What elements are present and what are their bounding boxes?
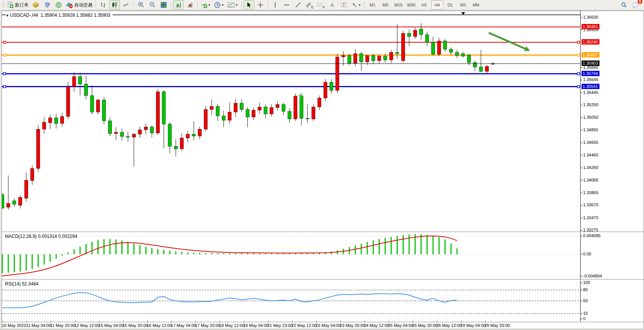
data-window-icon bbox=[44, 2, 51, 8]
text-label-button[interactable]: T bbox=[338, 0, 349, 10]
symbol-period-label: USDCAD-,H4 bbox=[10, 13, 38, 18]
rsi-scale-label: 100 bbox=[583, 280, 590, 285]
time-axis-label: 21 May 23:00 bbox=[267, 323, 293, 328]
rsi-scale-label: 50 bbox=[583, 298, 588, 303]
candle-body bbox=[126, 137, 130, 137]
candle-body bbox=[24, 180, 28, 199]
candle-body bbox=[467, 55, 471, 62]
crosshair-icon bbox=[257, 2, 264, 8]
timeframe-h1-button[interactable]: H1 bbox=[418, 0, 430, 10]
time-axis-label: 15 May 04:00 bbox=[99, 323, 124, 328]
channel-button[interactable]: E bbox=[304, 0, 315, 10]
arrows-dropdown-caret[interactable]: ▼ bbox=[358, 3, 361, 7]
toolbar-grip[interactable] bbox=[3, 1, 4, 9]
candle-body bbox=[485, 66, 489, 71]
candle-body bbox=[138, 130, 142, 134]
candle-body bbox=[66, 87, 70, 116]
candle-body bbox=[426, 35, 429, 42]
search-icon bbox=[620, 2, 627, 8]
cursor-button[interactable] bbox=[244, 0, 254, 10]
candle-body bbox=[96, 100, 100, 112]
vertical-line-button[interactable] bbox=[270, 0, 281, 10]
candle-body bbox=[144, 127, 148, 130]
templates-button[interactable]: ▼ bbox=[226, 0, 239, 10]
candle-body bbox=[204, 110, 207, 129]
search-button[interactable] bbox=[618, 0, 629, 10]
timeframe-d1-button[interactable]: D1 bbox=[444, 0, 456, 10]
candle-body bbox=[162, 92, 166, 124]
candle-body bbox=[443, 41, 447, 49]
arrows-button[interactable]: ▼ bbox=[350, 0, 362, 10]
candlestick-chart-icon bbox=[111, 2, 118, 8]
timeframe-h4-button[interactable]: H4 bbox=[431, 0, 443, 10]
time-axis-label: 15 May 20:00 bbox=[123, 323, 148, 328]
line-handle bbox=[3, 73, 6, 75]
periods-dropdown-caret[interactable]: ▼ bbox=[221, 3, 224, 7]
fibonacci-glyph: F bbox=[323, 5, 325, 9]
tile-windows-icon bbox=[160, 2, 167, 8]
auto-scroll-button[interactable] bbox=[173, 0, 184, 10]
timeframe-w1-button[interactable]: W1 bbox=[457, 0, 469, 10]
line-handle bbox=[577, 86, 580, 88]
text-button[interactable]: A bbox=[327, 0, 338, 10]
periods-button[interactable]: ▼ bbox=[213, 0, 225, 10]
timeframe-m15-button[interactable]: M15 bbox=[392, 0, 405, 10]
candle-body bbox=[150, 127, 154, 133]
symbol-collapse-icon[interactable]: ▼ bbox=[6, 14, 10, 18]
price-line-badge: 1.36037 bbox=[582, 52, 599, 57]
candlestick-chart-button[interactable] bbox=[109, 0, 120, 10]
channel-icon bbox=[305, 2, 311, 8]
timeframe-m5-button[interactable]: M5 bbox=[379, 0, 392, 10]
candle-body bbox=[108, 121, 112, 134]
timeframe-m30-button[interactable]: M30 bbox=[405, 0, 418, 10]
macd-scale-label: 0.00 bbox=[583, 252, 591, 256]
autotrading-button[interactable]: 自动交易 bbox=[65, 0, 94, 10]
timeframe-m1-button[interactable]: M1 bbox=[367, 0, 379, 10]
fibonacci-icon bbox=[317, 2, 323, 8]
line-chart-button[interactable] bbox=[121, 0, 131, 10]
candle-body bbox=[186, 134, 190, 138]
timeframe-mn-button[interactable]: MN bbox=[470, 0, 482, 10]
mt4-application: 新订单 bbox=[0, 0, 644, 330]
market-watch-button[interactable] bbox=[30, 0, 41, 10]
navigator-icon bbox=[55, 2, 62, 8]
candle-body bbox=[19, 198, 22, 206]
notifications-button[interactable]: 1 bbox=[630, 0, 641, 10]
candle-body bbox=[378, 56, 381, 61]
toolbar-separator bbox=[171, 1, 171, 9]
data-window-button[interactable] bbox=[42, 0, 53, 10]
price-tick-label: 1.33275 bbox=[583, 228, 598, 232]
candle-body bbox=[240, 103, 243, 110]
candle-body bbox=[371, 56, 375, 61]
fibonacci-button[interactable]: F bbox=[316, 0, 326, 10]
price-tick-label: 1.35250 bbox=[583, 102, 598, 107]
line-handle bbox=[3, 41, 6, 43]
tile-windows-button[interactable] bbox=[158, 0, 169, 10]
rsi-scale-label: 0 bbox=[583, 316, 585, 321]
notification-badge: 1 bbox=[638, 0, 642, 4]
chart-shift-button[interactable] bbox=[185, 0, 195, 10]
zoom-out-button[interactable] bbox=[147, 0, 158, 10]
candle-body bbox=[228, 112, 231, 120]
candle-body bbox=[360, 54, 363, 62]
candle-body bbox=[437, 41, 441, 54]
indicators-dropdown-caret[interactable]: ▼ bbox=[208, 3, 211, 7]
candle-body bbox=[300, 96, 303, 118]
new-order-icon bbox=[7, 2, 14, 8]
candle-body bbox=[114, 132, 118, 134]
crosshair-button[interactable] bbox=[255, 0, 266, 10]
candlestick-chart[interactable] bbox=[2, 11, 644, 328]
templates-dropdown-caret[interactable]: ▼ bbox=[235, 3, 238, 7]
toolbar-separator bbox=[96, 1, 96, 9]
macd-scale-label: -0.004894 bbox=[583, 274, 602, 278]
bar-chart-button[interactable] bbox=[98, 0, 108, 10]
horizontal-line-button[interactable] bbox=[281, 0, 292, 10]
zoom-in-button[interactable] bbox=[135, 0, 146, 10]
bar-chart-icon bbox=[100, 2, 107, 8]
new-order-button[interactable]: 新订单 bbox=[6, 0, 30, 10]
trendline-button[interactable] bbox=[293, 0, 303, 10]
price-tick-label: 1.33470 bbox=[583, 215, 598, 220]
indicators-button[interactable]: ▼ bbox=[199, 0, 212, 10]
candle-body bbox=[461, 54, 465, 56]
navigator-button[interactable] bbox=[53, 0, 64, 10]
